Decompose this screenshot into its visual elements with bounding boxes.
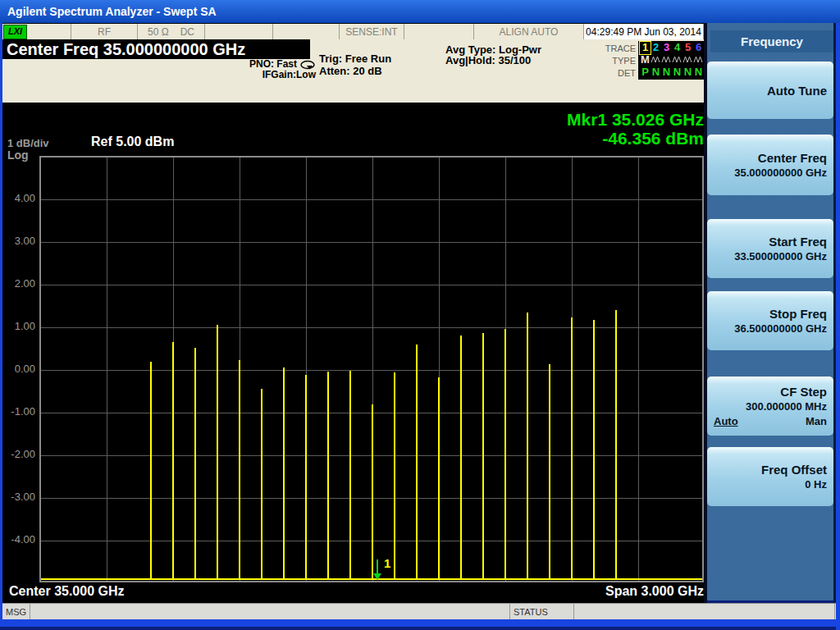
marker-amplitude-value: -46.356 dBm [413,129,704,148]
message-bar: MSGSTATUS [2,603,838,619]
y-axis-tick-label: -3.00 [2,491,35,503]
toggle-auto[interactable]: Auto [714,414,738,429]
softkey-value: 33.500000000 GHz [714,249,827,264]
trace-detector-letter: N [651,66,661,79]
scale-per-div-label: 1 dB/div [7,137,49,149]
gridline-horizontal [41,370,702,371]
marker-flag: 1 [384,556,390,570]
trace-detector-letter: N [682,66,693,79]
ifgain-label: IFGain:Low [224,70,316,80]
status-cell: 50 ΩDC [138,24,205,39]
gridline-vertical [107,158,107,581]
softkey-cf-step[interactable]: CF Step300.000000 MHzAutoMan [707,377,833,436]
y-axis-tick-label: 4.00 [2,192,35,204]
spectrum-plot: 1 [39,156,704,582]
spectrum-spike [172,342,174,580]
softkey-menu: Frequency Auto TuneCenter Freq35.0000000… [707,23,833,600]
status-cell: STATUS [510,604,574,619]
spectrum-spike [372,404,373,580]
trace-detector-letter: N [693,66,704,79]
window-border-bottom-outer [0,627,840,630]
softkey-value: 35.000000000 GHz [714,166,827,180]
softkey-value: 300.000000 MHz [714,399,827,414]
trace-type-letter: M [640,54,651,66]
active-function-banner: Center Freq 35.000000000 GHz [2,39,310,59]
softkey-freq-offset[interactable]: Freq Offset0 Hz [707,447,833,506]
waveform-icon [682,54,693,66]
pno-ifgain-annotation: PNO: Fast IFGain:Low [224,59,316,80]
waveform-icon [661,54,672,66]
spectrum-spike [327,372,329,580]
status-cell [273,24,340,39]
continuous-sweep-icon [299,60,316,70]
spectrum-spike [504,329,506,580]
y-axis-tick-label: -2.00 [2,448,35,460]
msg-cell: MSG [2,604,30,619]
spectrum-spike [194,348,196,580]
toggle-man[interactable]: Man [806,414,827,429]
trig-label: Trig: Free Run [319,52,391,65]
trigger-annotation: Trig: Free Run Atten: 20 dB [319,52,391,77]
spectrum-spike [615,310,617,580]
trace-legend: 123456MPNNNNN [638,41,705,80]
spectrum-spike [482,333,484,580]
softkey-value: 36.500000000 GHz [714,322,827,336]
status-cell [205,24,273,39]
softkey-toggle: AutoMan [714,414,827,429]
trace-number: 2 [651,42,661,54]
spectrum-spike [150,362,152,580]
trace-legend-row-label: DET [577,67,636,80]
lxi-badge: LXI [3,25,27,39]
waveform-icon [693,54,704,66]
y-axis-tick-label: -4.00 [2,533,35,546]
spectrum-spike [549,364,550,580]
status-cell: SENSE:INT [340,24,404,39]
trace-number: 1 [640,42,651,54]
y-axis-tick-label: -1.00 [2,405,35,418]
marker-down-arrow-icon [372,559,383,581]
spectrum-spike [349,371,351,580]
trace-detector-letter: P [640,66,651,79]
scale-type-label: Log [7,148,29,162]
softkey-label: Center Freq [714,150,827,166]
avg-hold-label: Avg|Hold: 35/100 [445,55,541,66]
center-freq-annotation: Center 35.000 GHz [9,584,125,599]
trace-number: 5 [682,42,693,54]
spectrum-spike [460,336,462,580]
softkey-label: CF Step [714,384,827,399]
softkey-center-freq[interactable]: Center Freq35.000000000 GHz [707,135,833,195]
spectrum-spike [217,325,218,580]
y-axis-tick-label: 0.00 [2,363,35,375]
softkey-label: Stop Freq [714,306,827,322]
spectrum-spike [571,317,573,580]
gridline-horizontal [41,242,702,243]
marker-freq-value: Mkr1 35.026 GHz [413,110,704,129]
spectrum-spike [527,313,528,580]
gridline-horizontal [41,199,702,200]
trace-legend-row-label: TRACE [577,43,636,55]
waveform-icon [651,54,661,66]
softkey-value: 0 Hz [714,477,827,492]
softkey-label: Auto Tune [714,83,827,98]
y-axis-tick-label: 2.00 [2,277,35,290]
gridline-vertical [638,158,639,581]
measurement-bar: Center Freq 35.000000000 GHz PNO: Fast I… [2,39,704,103]
analyzer-screen: RF50 ΩDCSENSE:INTALIGN AUTO04:29:49 PM J… [2,23,704,603]
span-annotation: Span 3.000 GHz [495,584,704,599]
softkey-auto-tune[interactable]: Auto Tune [707,62,833,119]
spectrum-spike [239,360,240,580]
spectrum-spike [394,372,395,580]
trace-number: 6 [693,42,704,54]
softkey-stop-freq[interactable]: Stop Freq36.500000000 GHz [707,291,833,350]
softkey-label: Start Freq [714,234,827,249]
gridline-horizontal [41,327,702,328]
spectrum-spike [593,320,595,580]
waveform-icon [672,54,682,66]
softkey-start-freq[interactable]: Start Freq33.500000000 GHz [707,219,833,278]
status-content-cell [574,604,835,619]
y-axis-tick-label: 3.00 [2,235,35,247]
spectrum-spike [283,368,285,580]
status-cell: RF [71,24,138,39]
menu-title: Frequency [710,30,833,52]
y-axis-tick-label: 1.00 [2,320,35,332]
